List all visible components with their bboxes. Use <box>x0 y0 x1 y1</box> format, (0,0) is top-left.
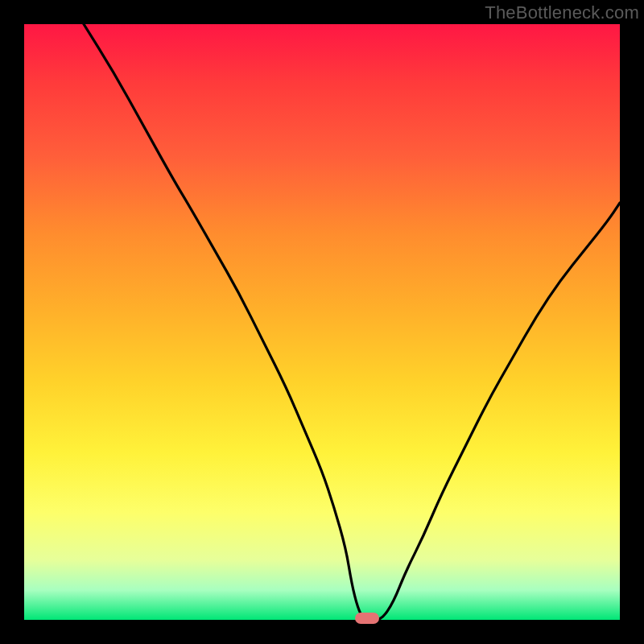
attribution-text: TheBottleneck.com <box>485 2 639 23</box>
chart-frame: TheBottleneck.com <box>0 0 644 644</box>
bottleneck-curve <box>24 24 620 620</box>
minimum-marker <box>355 613 379 624</box>
plot-area <box>24 24 620 620</box>
curve-path <box>84 24 620 620</box>
